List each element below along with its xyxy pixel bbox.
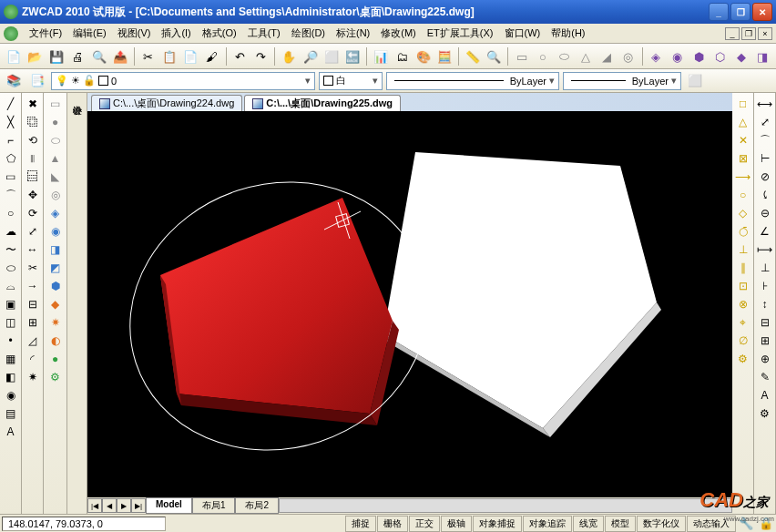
hide-button[interactable]: ◐ — [46, 332, 65, 350]
pan-button[interactable]: ✋ — [279, 46, 298, 66]
circle-button[interactable]: ○ — [2, 204, 20, 222]
publish-button[interactable]: 📤 — [110, 46, 129, 66]
dimjog-button[interactable]: ⤹ — [756, 186, 774, 204]
block-button[interactable]: ◫ — [2, 313, 20, 332]
properties-button[interactable]: 📊 — [371, 46, 390, 66]
dimang-button[interactable]: ∠ — [756, 222, 774, 240]
menu-item[interactable]: 修改(M) — [375, 25, 422, 42]
explode-button[interactable]: ✷ — [24, 368, 42, 386]
hatch-button[interactable]: ▦ — [2, 350, 20, 368]
tab-prev-button[interactable]: ◀ — [102, 498, 117, 513]
3d-cylinder-button[interactable]: ⬭ — [555, 46, 574, 66]
dimspace-button[interactable]: ↕ — [756, 295, 774, 313]
pline-button[interactable]: ⌐ — [2, 131, 20, 149]
zoom-window-button[interactable]: ⬜ — [322, 46, 341, 66]
slice-button[interactable]: ◨ — [753, 46, 772, 66]
status-toggle[interactable]: 栅格 — [377, 516, 408, 532]
snap-end-button[interactable]: □ — [734, 95, 752, 113]
zoom-rt-button[interactable]: 🔎 — [301, 46, 320, 66]
dimtedit-button[interactable]: A — [756, 386, 774, 404]
menu-item[interactable]: 视图(V) — [112, 25, 157, 42]
rotate-button[interactable]: ⟳ — [24, 204, 42, 222]
new-button[interactable]: 📄 — [4, 46, 23, 66]
mdi-close-button[interactable]: × — [758, 27, 772, 40]
ellipse-button[interactable]: ⬭ — [2, 259, 20, 277]
snap-par-button[interactable]: ∥ — [734, 259, 752, 277]
ellipsearc-button[interactable]: ⌓ — [2, 277, 20, 295]
dimcenter-button[interactable]: ⊕ — [756, 350, 774, 368]
insert-button[interactable]: ▣ — [2, 295, 20, 313]
menu-item[interactable]: 文件(F) — [24, 25, 67, 42]
maximize-button[interactable]: ❐ — [730, 3, 750, 21]
move-button[interactable]: ✥ — [24, 186, 42, 204]
dimrad-button[interactable]: ⊘ — [756, 168, 774, 186]
shade-button[interactable]: ● — [46, 350, 65, 368]
xline-button[interactable]: ╳ — [2, 113, 20, 131]
document-tab[interactable]: C:\...\桌面\Drawing224.dwg — [91, 95, 242, 111]
fillet-button[interactable]: ◜ — [24, 350, 42, 368]
zoom-prev-button[interactable]: 🔙 — [343, 46, 362, 66]
menu-item[interactable]: 标注(N) — [331, 25, 375, 42]
copy2-button[interactable]: ⿻ — [24, 113, 42, 131]
paste-button[interactable]: 📄 — [181, 46, 200, 66]
extrude-button[interactable]: ◈ — [646, 46, 665, 66]
3d-torus-button[interactable]: ◎ — [618, 46, 638, 66]
snap-int-button[interactable]: ✕ — [734, 131, 752, 149]
3d-cone-button[interactable]: △ — [576, 46, 595, 66]
status-toggle[interactable]: 极轴 — [441, 516, 472, 532]
matchprop-button[interactable]: 🖌 — [202, 46, 221, 66]
undo-button[interactable]: ↶ — [230, 46, 249, 66]
offset-button[interactable]: ⫴ — [24, 149, 42, 168]
snap-nod-button[interactable]: ⊗ — [734, 295, 752, 313]
dimcont-button[interactable]: ⊦ — [756, 277, 774, 295]
linetype-control-button[interactable]: ⬜ — [685, 71, 705, 91]
snap-ext-button[interactable]: ⟶ — [734, 168, 752, 186]
status-toggle[interactable]: 正交 — [409, 516, 440, 532]
model-tab[interactable]: Model — [146, 497, 192, 514]
snap-ins-button[interactable]: ⊡ — [734, 277, 752, 295]
lineweight-dropdown[interactable]: ByLayer ▾ — [563, 72, 681, 90]
snap-mid-button[interactable]: △ — [734, 113, 752, 131]
wedge-solid-button[interactable]: ◣ — [46, 168, 65, 186]
save-button[interactable]: 💾 — [46, 46, 66, 66]
status-toggle[interactable]: 数字化仪 — [637, 516, 686, 532]
qdim-button[interactable]: ⟼ — [756, 240, 774, 259]
dimarc-button[interactable]: ⌒ — [756, 131, 774, 149]
model-tab[interactable]: 布局1 — [192, 497, 236, 514]
menu-item[interactable]: 绘图(D) — [286, 25, 331, 42]
extend-button[interactable]: → — [24, 277, 42, 295]
stretch-button[interactable]: ↔ — [24, 240, 42, 259]
dimbreak-button[interactable]: ⊟ — [756, 313, 774, 332]
setup-button[interactable]: ⚙ — [46, 368, 65, 386]
rev-solid-button[interactable]: ◉ — [46, 222, 65, 240]
tolerance-button[interactable]: ⊞ — [756, 332, 774, 350]
menu-item[interactable]: 帮助(H) — [546, 25, 590, 42]
menu-item[interactable]: 工具(T) — [242, 25, 286, 42]
osnap-settings-button[interactable]: ⚙ — [734, 350, 752, 368]
dimstyle-button[interactable]: ⚙ — [756, 404, 774, 423]
horizontal-scrollbar[interactable] — [279, 498, 732, 513]
calc-button[interactable]: 🧮 — [434, 46, 454, 66]
color-dropdown[interactable]: 白 ▾ — [319, 72, 383, 90]
solidedit-button[interactable]: ◆ — [46, 295, 65, 313]
linetype-dropdown[interactable]: ByLayer ▾ — [386, 72, 559, 90]
gradient-button[interactable]: ◧ — [2, 368, 20, 386]
dimord-button[interactable]: ⊢ — [756, 149, 774, 168]
union-button[interactable]: ⬢ — [689, 46, 708, 66]
mdi-restore-button[interactable]: ❐ — [741, 27, 756, 40]
minimize-button[interactable]: _ — [709, 3, 729, 21]
cone-solid-button[interactable]: ▲ — [46, 149, 65, 168]
canvas[interactable] — [87, 111, 732, 497]
3d-sphere-button[interactable]: ○ — [533, 46, 552, 66]
tab-last-button[interactable]: ▶| — [131, 498, 146, 513]
menu-item[interactable]: 窗口(W) — [499, 25, 546, 42]
snap-appint-button[interactable]: ⊠ — [734, 149, 752, 168]
dist-button[interactable]: 📏 — [463, 46, 482, 66]
find-button[interactable]: 🔍 — [484, 46, 503, 66]
scale-button[interactable]: ⤢ — [24, 222, 42, 240]
layer-states-button[interactable]: 📑 — [27, 71, 47, 91]
close-button[interactable]: ✕ — [752, 3, 772, 21]
section-button[interactable]: ◩ — [46, 259, 65, 277]
snap-cen-button[interactable]: ○ — [734, 186, 752, 204]
copy-button[interactable]: 📋 — [159, 46, 179, 66]
